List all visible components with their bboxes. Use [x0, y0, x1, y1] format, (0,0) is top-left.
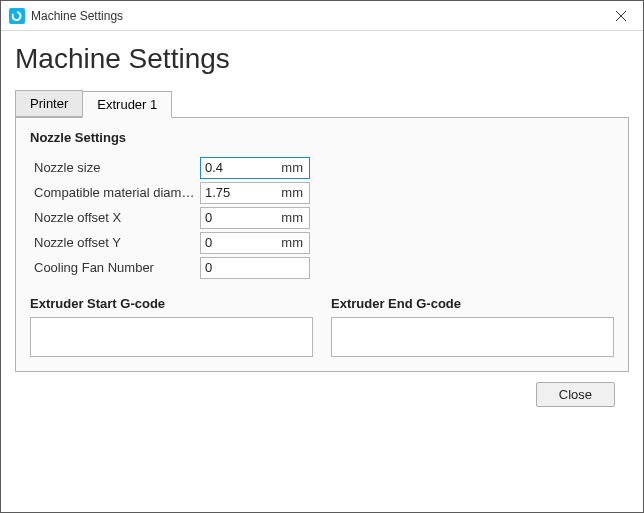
footer: Close [15, 372, 629, 407]
window-title: Machine Settings [31, 9, 599, 23]
label-offset-y: Nozzle offset Y [30, 235, 200, 250]
nozzle-size-unit: mm [281, 160, 303, 175]
end-gcode-textarea[interactable] [331, 317, 614, 357]
label-offset-x: Nozzle offset X [30, 210, 200, 225]
row-offset-y: Nozzle offset Y mm [30, 230, 350, 255]
end-gcode-title: Extruder End G-code [331, 296, 614, 311]
row-fan-number: Cooling Fan Number [30, 255, 350, 280]
row-offset-x: Nozzle offset X mm [30, 205, 350, 230]
fan-number-input[interactable] [205, 260, 303, 275]
offset-x-input[interactable] [205, 210, 277, 225]
content: Machine Settings Printer Extruder 1 Nozz… [1, 31, 643, 407]
row-nozzle-size: Nozzle size mm [30, 155, 350, 180]
start-gcode-column: Extruder Start G-code [30, 296, 313, 357]
material-diameter-input[interactable] [205, 185, 277, 200]
section-nozzle-settings: Nozzle Settings [30, 130, 614, 145]
titlebar: Machine Settings [1, 1, 643, 31]
label-nozzle-size: Nozzle size [30, 160, 200, 175]
offset-x-unit: mm [281, 210, 303, 225]
label-material-diameter: Compatible material diam… [30, 185, 200, 200]
row-material-diameter: Compatible material diam… mm [30, 180, 350, 205]
window-close-button[interactable] [599, 1, 643, 31]
end-gcode-column: Extruder End G-code [331, 296, 614, 357]
offset-y-input[interactable] [205, 235, 277, 250]
app-icon [9, 8, 25, 24]
nozzle-size-input[interactable] [205, 160, 277, 175]
nozzle-size-input-wrap[interactable]: mm [200, 157, 310, 179]
offset-y-input-wrap[interactable]: mm [200, 232, 310, 254]
close-icon [616, 11, 626, 21]
start-gcode-textarea[interactable] [30, 317, 313, 357]
panel-extruder: Nozzle Settings Nozzle size mm Compatibl… [15, 117, 629, 372]
label-fan-number: Cooling Fan Number [30, 260, 200, 275]
close-button[interactable]: Close [536, 382, 615, 407]
offset-x-input-wrap[interactable]: mm [200, 207, 310, 229]
material-diameter-unit: mm [281, 185, 303, 200]
offset-y-unit: mm [281, 235, 303, 250]
tab-printer[interactable]: Printer [15, 90, 83, 117]
start-gcode-title: Extruder Start G-code [30, 296, 313, 311]
material-diameter-input-wrap[interactable]: mm [200, 182, 310, 204]
page-title: Machine Settings [15, 43, 629, 75]
tab-extruder-1[interactable]: Extruder 1 [82, 91, 172, 118]
fan-number-input-wrap[interactable] [200, 257, 310, 279]
tab-row: Printer Extruder 1 [15, 89, 629, 117]
